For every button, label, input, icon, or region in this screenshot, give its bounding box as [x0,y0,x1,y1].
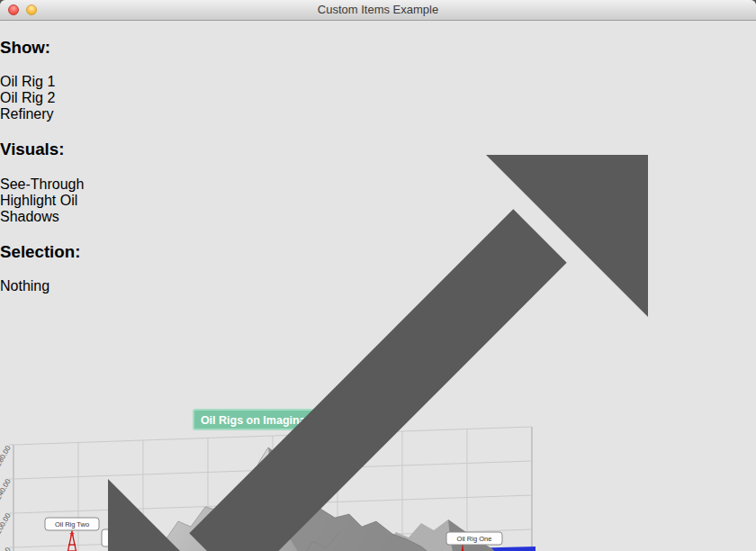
title-bar[interactable]: Custom Items Example [0,0,756,21]
window-title: Custom Items Example [0,0,756,20]
window-controls [8,5,55,15]
zoom-button[interactable] [44,5,55,15]
resize-grip-icon[interactable] [0,20,756,551]
app-window: Custom Items Example Show: Oil Rig 1 Oil… [0,0,756,551]
minimize-button[interactable] [26,5,37,15]
close-button[interactable] [8,5,19,15]
